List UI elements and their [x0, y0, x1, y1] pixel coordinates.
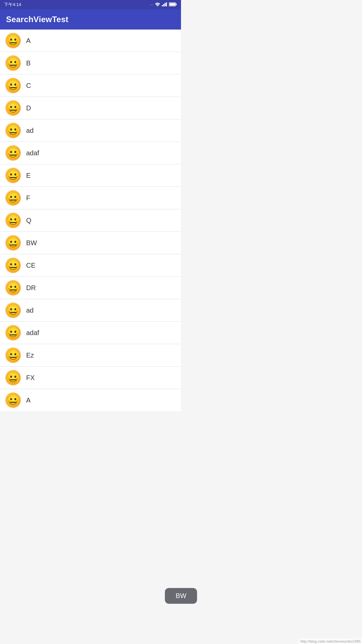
list-item[interactable]: Q — [0, 209, 181, 232]
avatar — [5, 303, 21, 318]
list-item[interactable]: ad — [0, 119, 181, 142]
list-item[interactable]: adaf — [0, 142, 181, 164]
svg-rect-3 — [165, 3, 166, 6]
item-label: F — [26, 194, 30, 202]
item-label: D — [26, 104, 31, 112]
status-icons: ··· — [150, 2, 177, 7]
list-item[interactable]: B — [0, 52, 181, 74]
avatar — [5, 325, 21, 340]
item-label: B — [26, 59, 31, 67]
item-label: ad — [26, 127, 34, 135]
status-time: 下午4:14 — [4, 2, 21, 8]
item-label: adaf — [26, 329, 39, 337]
list-item[interactable]: BW — [0, 232, 181, 254]
avatar — [5, 78, 21, 93]
avatar — [5, 347, 21, 363]
svg-rect-7 — [170, 3, 175, 6]
list-item[interactable]: A — [0, 30, 181, 52]
svg-rect-6 — [176, 4, 177, 5]
item-label: DR — [26, 284, 36, 292]
app-bar: SearchViewTest — [0, 9, 181, 30]
list-item[interactable]: CE — [0, 254, 181, 277]
avatar — [5, 123, 21, 138]
list-item[interactable]: D — [0, 97, 181, 119]
item-label: A — [26, 396, 31, 404]
avatar — [5, 280, 21, 296]
avatar — [5, 33, 21, 48]
list-item[interactable]: F — [0, 187, 181, 209]
wifi-icon — [155, 2, 160, 7]
item-label: ad — [26, 307, 34, 314]
list-item[interactable]: A — [0, 389, 181, 411]
svg-rect-4 — [166, 2, 167, 6]
app-title: SearchViewTest — [6, 15, 68, 24]
list-item[interactable]: DR — [0, 277, 181, 299]
item-label: adaf — [26, 149, 39, 157]
list-item[interactable]: adaf — [0, 322, 181, 344]
list-item[interactable]: ad — [0, 299, 181, 322]
avatar — [5, 370, 21, 385]
avatar — [5, 100, 21, 116]
avatar — [5, 213, 21, 228]
avatar — [5, 145, 21, 161]
list-item[interactable]: Ez — [0, 344, 181, 367]
avatar — [5, 392, 21, 408]
item-label: A — [26, 37, 31, 45]
avatar — [5, 235, 21, 251]
item-label: FX — [26, 374, 35, 382]
item-label: C — [26, 82, 31, 90]
item-label: Q — [26, 217, 32, 224]
avatar — [5, 168, 21, 183]
list-container: ABCDadadafEFQBWCEDRadadafEzFXA — [0, 30, 181, 411]
list-item[interactable]: C — [0, 74, 181, 97]
svg-rect-1 — [162, 5, 163, 6]
svg-point-0 — [157, 6, 158, 6]
battery-icon — [169, 2, 177, 7]
avatar — [5, 55, 21, 71]
item-label: E — [26, 172, 31, 179]
list-item[interactable]: FX — [0, 367, 181, 389]
dots-icon: ··· — [150, 3, 153, 7]
item-label: CE — [26, 262, 36, 269]
item-label: BW — [26, 239, 37, 247]
signal-icon — [162, 2, 167, 7]
status-bar: 下午4:14 ··· — [0, 0, 181, 9]
item-label: Ez — [26, 352, 34, 359]
list-item[interactable]: E — [0, 164, 181, 187]
avatar — [5, 258, 21, 273]
avatar — [5, 190, 21, 206]
svg-rect-2 — [163, 4, 164, 6]
